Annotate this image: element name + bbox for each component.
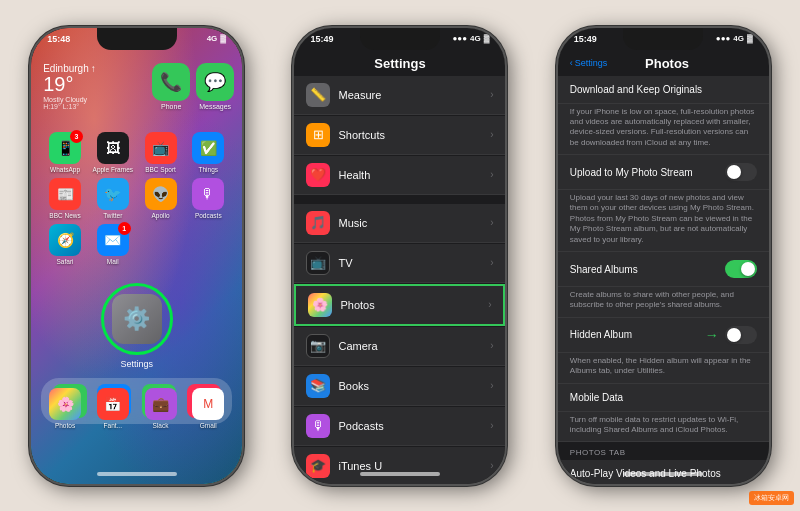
photos-screen-title: Photos — [607, 56, 726, 71]
settings-item-music[interactable]: 🎵 Music › — [294, 204, 505, 243]
top-apps: 📞 Phone 💬 Messages — [152, 63, 234, 110]
music-icon: 🎵 — [306, 211, 330, 235]
tv-label: TV — [338, 257, 490, 269]
photos-icon: 🌸 — [49, 388, 81, 420]
photos-settings-icon: 🌸 — [308, 293, 332, 317]
phone-icon: 📞 — [152, 63, 190, 101]
books-chevron: › — [490, 380, 493, 391]
camera-chevron: › — [490, 340, 493, 351]
appleframes-app[interactable]: 🖼 Apple Frames — [91, 132, 135, 173]
things-app[interactable]: ✅ Things — [186, 132, 230, 173]
photos-app[interactable]: 🌸 Photos — [43, 388, 87, 429]
back-label: Settings — [575, 58, 608, 68]
photostream-row[interactable]: Upload to My Photo Stream — [558, 155, 769, 190]
safari-app[interactable]: 🧭 Safari — [43, 224, 87, 265]
bbcnews-app[interactable]: 📰 BBC News — [43, 178, 87, 219]
settings-icon-large[interactable]: ⚙️ — [112, 294, 162, 344]
settings-item-itunesu[interactable]: 🎓 iTunes U › — [294, 447, 505, 484]
phone-1: 15:48 4G ▓ Edinburgh ↑ 19° Mostly Cloudy — [29, 26, 244, 486]
settings-item-photos[interactable]: 🌸 Photos › — [294, 284, 505, 326]
weather-range: H:19° L:13° — [43, 103, 96, 110]
appleframes-icon: 🖼 — [97, 132, 129, 164]
photostream-desc: Upload your last 30 days of new photos a… — [558, 190, 769, 252]
phone-2: 15:49 ●●● 4G ▓ Settings 📏 Mea — [292, 26, 507, 486]
tv-icon: 📺 — [306, 251, 330, 275]
whatsapp-label: WhatsApp — [50, 166, 80, 173]
hidden-toggle[interactable] — [725, 326, 757, 344]
photostream-toggle[interactable] — [725, 163, 757, 181]
time-2: 15:49 — [310, 34, 333, 44]
hidden-arrow-icon: → — [705, 327, 719, 343]
tv-chevron: › — [490, 257, 493, 268]
section-photostream: Upload to My Photo Stream Upload your la… — [558, 155, 769, 252]
hidden-label: Hidden Album — [570, 329, 705, 340]
settings-item-tv[interactable]: 📺 TV › — [294, 244, 505, 283]
notch-1 — [97, 28, 177, 50]
settings-list: 📏 Measure › ⊞ Shortcuts › ❤️ Health — [294, 76, 505, 484]
shortcuts-chevron: › — [490, 129, 493, 140]
camera-icon: 📷 — [306, 334, 330, 358]
signal-2: 4G — [470, 34, 481, 43]
apollo-icon: 👽 — [145, 178, 177, 210]
settings-item-podcasts[interactable]: 🎙 Podcasts › — [294, 407, 505, 446]
podcasts-settings-icon: 🎙 — [306, 414, 330, 438]
section-mobiledata: Mobile Data Turn off mobile data to rest… — [558, 384, 769, 443]
shared-row[interactable]: Shared Albums — [558, 252, 769, 287]
settings-item-health[interactable]: ❤️ Health › — [294, 156, 505, 195]
home-indicator-1 — [97, 472, 177, 476]
shared-toggle[interactable] — [725, 260, 757, 278]
fantastical-app[interactable]: 📅 Fant... — [91, 388, 135, 429]
photos-settings-screen: 15:49 ●●● 4G ▓ ‹ Settings Photos — [558, 28, 769, 484]
twitter-app[interactable]: 🐦 Twitter — [91, 178, 135, 219]
settings-item-books[interactable]: 📚 Books › — [294, 367, 505, 406]
whatsapp-icon: 📱 3 — [49, 132, 81, 164]
watermark: 冰箱安卓网 — [749, 491, 794, 505]
whatsapp-app[interactable]: 📱 3 WhatsApp — [43, 132, 87, 173]
phone-app[interactable]: 📞 Phone — [152, 63, 190, 110]
weather-temp: 19° — [43, 74, 96, 94]
back-button[interactable]: ‹ Settings — [570, 58, 608, 68]
settings-screen-title: Settings — [294, 56, 505, 71]
notch-3 — [623, 28, 703, 50]
notch-2 — [360, 28, 440, 50]
signal-3: 4G — [733, 34, 744, 43]
itunesu-icon: 🎓 — [306, 454, 330, 478]
whatsapp-badge: 3 — [70, 130, 83, 143]
messages-app[interactable]: 💬 Messages — [196, 63, 234, 110]
settings-item-camera[interactable]: 📷 Camera › — [294, 327, 505, 366]
podcasts-app[interactable]: 🎙 Podcasts — [186, 178, 230, 219]
podcasts-settings-label: Podcasts — [338, 420, 490, 432]
slack-app[interactable]: 💼 Slack — [139, 388, 183, 429]
safari-icon: 🧭 — [49, 224, 81, 256]
bbcsport-app[interactable]: 📺 BBC Sport — [139, 132, 183, 173]
mail-badge: 1 — [118, 222, 131, 235]
hidden-desc: When enabled, the Hidden album will appe… — [558, 353, 769, 384]
hidden-row[interactable]: Hidden Album → — [558, 318, 769, 353]
section-download: Download and Keep Originals If your iPho… — [558, 76, 769, 156]
books-icon: 📚 — [306, 374, 330, 398]
settings-item-measure[interactable]: 📏 Measure › — [294, 76, 505, 115]
measure-label: Measure — [338, 89, 490, 101]
mail-app[interactable]: ✉️ 1 Mail — [91, 224, 135, 265]
status-right-2: ●●● 4G ▓ — [452, 34, 489, 43]
podcasts-settings-chevron: › — [490, 420, 493, 431]
music-label: Music — [338, 217, 490, 229]
gmail-app[interactable]: M Gmail — [186, 388, 230, 429]
section-photostab: PHOTOS TAB Auto-Play Videos and Live Pho… — [558, 442, 769, 483]
shortcuts-icon: ⊞ — [306, 123, 330, 147]
section-gap-1 — [294, 196, 505, 204]
health-icon: ❤️ — [306, 163, 330, 187]
settings-circle: ⚙️ — [101, 283, 173, 355]
download-label: Download and Keep Originals — [570, 84, 757, 95]
camera-label: Camera — [338, 340, 490, 352]
bbcsport-label: BBC Sport — [145, 166, 176, 173]
status-right-1: 4G ▓ — [207, 34, 227, 43]
photos-label: Photos — [55, 422, 75, 429]
slack-label: Slack — [153, 422, 169, 429]
apollo-app[interactable]: 👽 Apollo — [139, 178, 183, 219]
itunesu-chevron: › — [490, 460, 493, 471]
phone-3-screen: 15:49 ●●● 4G ▓ ‹ Settings Photos — [558, 28, 769, 484]
battery-1: ▓ — [220, 34, 226, 43]
settings-item-shortcuts[interactable]: ⊞ Shortcuts › — [294, 116, 505, 155]
shared-toggle-knob — [741, 262, 755, 276]
